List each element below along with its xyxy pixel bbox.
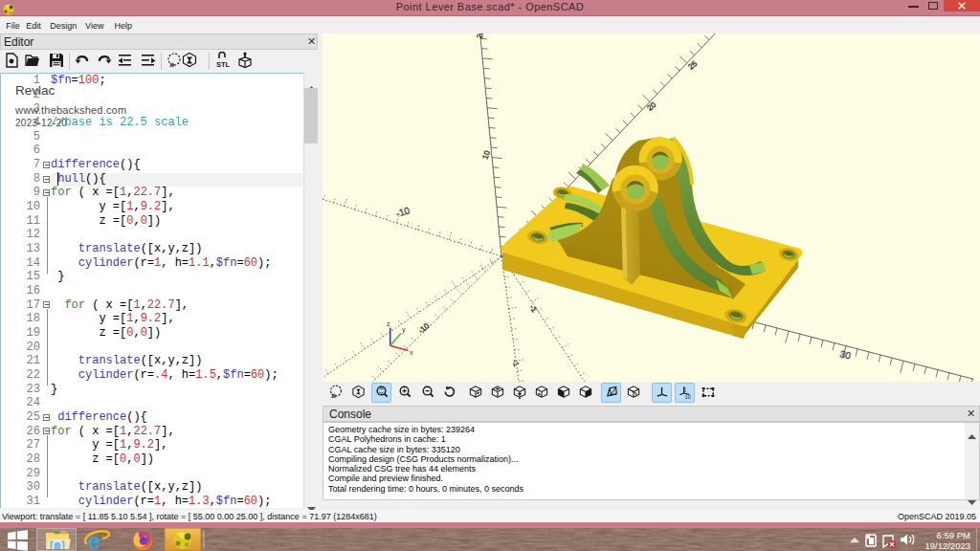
svg-text:30: 30	[839, 348, 853, 361]
svg-text:-1: -1	[527, 303, 539, 314]
svg-text:y: y	[402, 326, 406, 334]
svg-text:x: x	[410, 349, 413, 356]
svg-text:6:59 PM: 6:59 PM	[937, 530, 970, 540]
svg-text:10: 10	[685, 394, 691, 400]
svg-text:10: 10	[480, 149, 492, 161]
svg-text:20: 20	[646, 100, 658, 113]
svg-text:-1: -1	[510, 359, 521, 368]
svg-text:25: 25	[687, 59, 700, 72]
svg-text:19/12/2023: 19/12/2023	[924, 540, 970, 551]
svg-text:-10: -10	[394, 205, 411, 219]
svg-text:z: z	[387, 320, 390, 327]
svg-text:»: »	[169, 59, 175, 70]
svg-text:-10: -10	[417, 321, 432, 336]
svg-text:STL: STL	[216, 60, 231, 69]
svg-text:»: »	[331, 390, 337, 400]
